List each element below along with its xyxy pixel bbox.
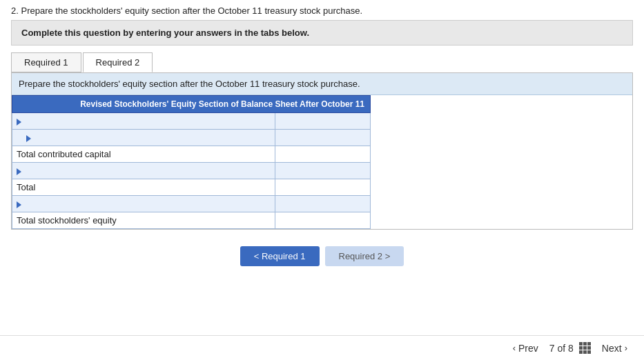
row1-input[interactable] — [275, 114, 370, 129]
row2-label — [12, 130, 275, 146]
row5-value[interactable] — [275, 179, 371, 196]
next-required-button[interactable]: Required 2 > — [325, 246, 404, 266]
row5-input[interactable] — [275, 180, 370, 195]
table-row — [12, 130, 371, 146]
table-row — [12, 196, 371, 212]
next-button[interactable]: Next › — [596, 340, 633, 357]
grid-icon[interactable] — [579, 342, 591, 354]
tab-required2[interactable]: Required 2 — [83, 52, 153, 72]
row7-input[interactable] — [275, 213, 370, 228]
prev-chevron-icon: ‹ — [513, 343, 516, 353]
prev-required-button[interactable]: < Required 1 — [240, 246, 320, 266]
equity-table: Revised Stockholders' Equity Section of … — [12, 95, 371, 229]
tabs-row: Required 1 Required 2 — [11, 52, 633, 72]
next-label: Next — [602, 343, 622, 354]
table-row: Total contributed capital — [12, 146, 371, 163]
page-info: 7 of 8 — [549, 343, 574, 354]
row7-value[interactable] — [275, 212, 371, 229]
table-title: Revised Stockholders' Equity Section of … — [12, 96, 371, 113]
prev-button[interactable]: ‹ Prev — [507, 340, 544, 357]
row6-input[interactable] — [275, 197, 370, 212]
row1-value[interactable] — [275, 113, 371, 130]
question-text: Prepare the stockholders' equity section… — [21, 6, 362, 16]
tab-required1[interactable]: Required 1 — [11, 52, 81, 72]
row4-input[interactable] — [275, 163, 370, 179]
row4-label — [12, 163, 275, 179]
table-row: Total stockholders' equity — [12, 212, 371, 229]
instruction-box: Complete this question by entering your … — [11, 20, 633, 46]
row3-label: Total contributed capital — [12, 146, 275, 163]
table-row — [12, 163, 371, 179]
question-number: 2. — [11, 6, 19, 16]
prepare-instruction: Prepare the stockholders' equity section… — [12, 73, 632, 95]
row4-value[interactable] — [275, 163, 371, 179]
row5-label: Total — [12, 179, 275, 196]
question-header: 2. Prepare the stockholders' equity sect… — [0, 0, 644, 20]
row2-value[interactable] — [275, 130, 371, 146]
row2-indicator — [26, 135, 31, 142]
prev-label: Prev — [518, 343, 538, 354]
row1-indicator — [17, 119, 21, 126]
table-row: Total — [12, 179, 371, 196]
row3-value[interactable] — [275, 146, 371, 163]
row7-label: Total stockholders' equity — [12, 212, 275, 229]
table-row — [12, 113, 371, 130]
row6-value[interactable] — [275, 196, 371, 212]
page-wrapper: 2. Prepare the stockholders' equity sect… — [0, 0, 644, 360]
row1-label — [12, 113, 275, 130]
equity-table-container: Revised Stockholders' Equity Section of … — [12, 95, 371, 229]
row6-indicator — [17, 201, 21, 208]
row6-label — [12, 196, 275, 212]
row2-input[interactable] — [275, 130, 370, 146]
tab-content: Prepare the stockholders' equity section… — [11, 72, 633, 230]
nav-buttons: < Required 1 Required 2 > — [0, 241, 644, 272]
bottom-bar: ‹ Prev 7 of 8 Next › — [0, 335, 644, 360]
row3-input[interactable] — [275, 147, 370, 162]
next-chevron-icon: › — [625, 343, 627, 353]
row4-indicator — [17, 168, 21, 175]
instruction-text: Complete this question by entering your … — [21, 28, 309, 38]
